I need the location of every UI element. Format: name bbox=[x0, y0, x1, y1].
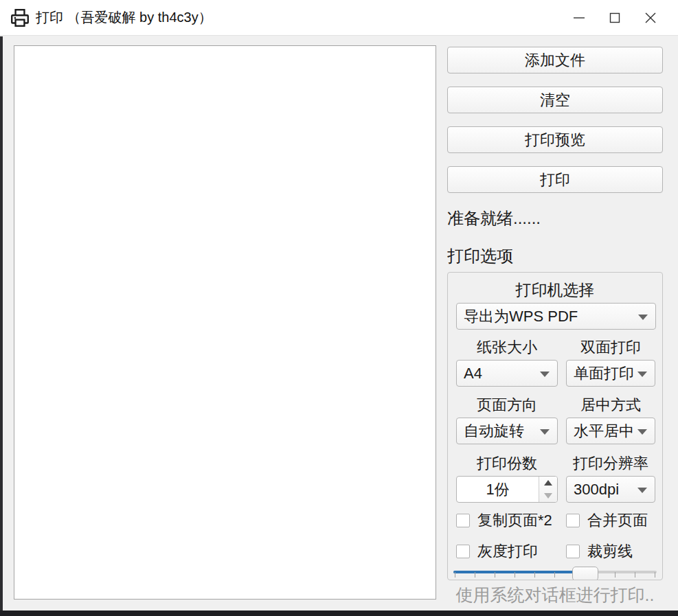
orientation-label: 页面方向 bbox=[456, 395, 558, 415]
duplex-value: 单面打印 bbox=[574, 363, 634, 384]
stepper-down-button[interactable] bbox=[539, 490, 557, 503]
crop-marks-option: 裁剪线 bbox=[566, 543, 655, 560]
window-title: 打印 （吾爱破解 by th4c3y） bbox=[36, 8, 212, 27]
printer-select-label: 打印机选择 bbox=[448, 280, 662, 301]
maximize-icon bbox=[607, 10, 622, 25]
orientation-dropdown[interactable]: 自动旋转 bbox=[456, 418, 558, 444]
orientation-value: 自动旋转 bbox=[464, 421, 524, 442]
print-preview-button[interactable]: 打印预览 bbox=[447, 126, 663, 153]
file-list-area[interactable] bbox=[14, 45, 436, 600]
slider-tick bbox=[475, 572, 475, 578]
crop-marks-label: 裁剪线 bbox=[587, 541, 633, 562]
printer-icon bbox=[10, 8, 30, 28]
copies-stepper-arrows bbox=[539, 477, 557, 502]
slider-tick bbox=[455, 572, 455, 578]
copies-value: 1份 bbox=[457, 477, 539, 502]
stepper-up-button[interactable] bbox=[539, 477, 557, 490]
grayscale-option: 灰度打印 bbox=[456, 543, 558, 560]
chevron-down-icon bbox=[638, 315, 648, 320]
duplex-dropdown[interactable]: 单面打印 bbox=[566, 360, 655, 387]
centering-value: 水平居中 bbox=[574, 421, 634, 442]
chevron-down-icon bbox=[540, 429, 550, 435]
system-dialog-print-link[interactable]: 使用系统对话框进行打印.. bbox=[447, 584, 663, 606]
grayscale-label: 灰度打印 bbox=[477, 541, 538, 562]
chevron-down-icon bbox=[540, 372, 550, 377]
paper-size-value: A4 bbox=[464, 365, 482, 383]
duplicate-page-option: 复制页面*2 bbox=[456, 512, 558, 529]
arrow-down-icon bbox=[544, 493, 552, 499]
slider-tick bbox=[515, 572, 515, 578]
print-options-title: 打印选项 bbox=[447, 245, 663, 267]
print-options-groupbox: 打印机选择 导出为WPS PDF 纸张大小 双面打印 A4 单面打印 页面方向 … bbox=[447, 272, 663, 580]
background-window-bottom-edge bbox=[0, 611, 678, 616]
copies-label: 打印份数 bbox=[456, 453, 558, 474]
printer-select-dropdown[interactable]: 导出为WPS PDF bbox=[456, 303, 656, 330]
slider-tick bbox=[615, 572, 615, 578]
merge-pages-label: 合并页面 bbox=[587, 510, 648, 531]
chevron-down-icon bbox=[637, 488, 647, 493]
titlebar: 打印 （吾爱破解 by th4c3y） bbox=[0, 0, 678, 36]
slider-tick bbox=[495, 572, 495, 578]
slider-tick bbox=[534, 572, 535, 578]
merge-pages-checkbox[interactable] bbox=[566, 514, 580, 527]
grayscale-checkbox[interactable] bbox=[456, 545, 470, 558]
duplex-label: 双面打印 bbox=[566, 337, 655, 358]
chevron-down-icon bbox=[637, 372, 647, 377]
add-files-button[interactable]: 添加文件 bbox=[447, 47, 663, 73]
minimize-icon bbox=[572, 10, 587, 25]
copies-stepper[interactable]: 1份 bbox=[456, 476, 558, 503]
close-button[interactable] bbox=[633, 0, 668, 36]
slider-tick bbox=[554, 572, 555, 578]
centering-dropdown[interactable]: 水平居中 bbox=[566, 418, 655, 444]
chevron-down-icon bbox=[637, 429, 647, 435]
merge-pages-option: 合并页面 bbox=[566, 512, 655, 529]
resolution-value: 300dpi bbox=[574, 481, 619, 499]
printer-select-value: 导出为WPS PDF bbox=[464, 306, 578, 327]
status-text: 准备就绪...... bbox=[447, 207, 663, 229]
duplicate-page-label: 复制页面*2 bbox=[477, 510, 552, 531]
print-app-window: 打印 （吾爱破解 by th4c3y） 添加文件 清空 打印预览 打印 准备就绪… bbox=[0, 0, 678, 616]
maximize-button[interactable] bbox=[597, 0, 633, 36]
clear-button[interactable]: 清空 bbox=[447, 87, 663, 113]
centering-label: 居中方式 bbox=[566, 395, 655, 415]
slider-tick bbox=[655, 572, 655, 578]
sidebar: 添加文件 清空 打印预览 打印 准备就绪...... 打印选项 打印机选择 导出… bbox=[447, 45, 663, 580]
duplicate-page-checkbox[interactable] bbox=[456, 514, 470, 527]
minimize-button[interactable] bbox=[561, 0, 597, 36]
paper-size-dropdown[interactable]: A4 bbox=[456, 360, 558, 387]
background-window-left-edge bbox=[0, 36, 3, 611]
resolution-dropdown[interactable]: 300dpi bbox=[566, 476, 655, 503]
slider-handle[interactable] bbox=[572, 567, 598, 580]
arrow-up-icon bbox=[544, 480, 552, 486]
print-button[interactable]: 打印 bbox=[447, 166, 663, 193]
slider-tick bbox=[635, 572, 635, 578]
crop-marks-checkbox[interactable] bbox=[566, 545, 580, 558]
paper-size-label: 纸张大小 bbox=[456, 337, 558, 358]
zoom-slider[interactable] bbox=[453, 567, 657, 580]
slider-ticks bbox=[455, 572, 655, 578]
resolution-label: 打印分辨率 bbox=[566, 453, 655, 474]
window-controls bbox=[561, 0, 668, 36]
close-icon bbox=[643, 10, 658, 25]
